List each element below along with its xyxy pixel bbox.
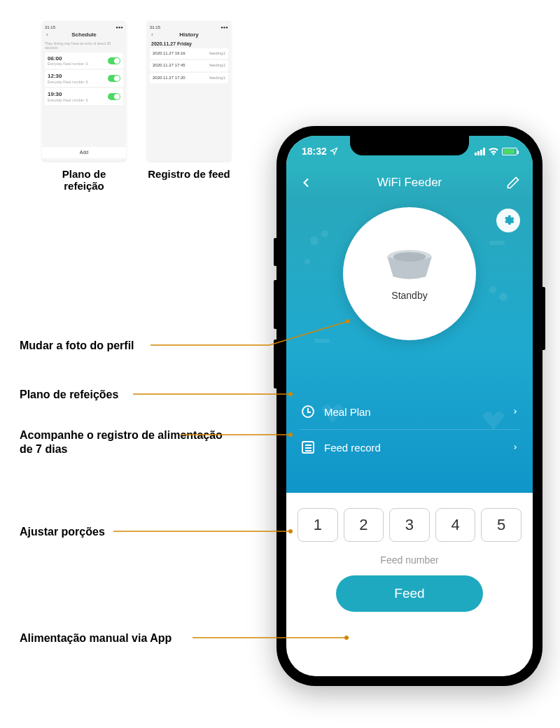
callout-portions: Ajustar porções (20, 525, 105, 539)
settings-button[interactable] (496, 209, 520, 232)
location-icon (330, 147, 338, 155)
portion-1[interactable]: 1 (298, 508, 338, 542)
back-icon[interactable] (299, 176, 313, 190)
callout-plan: Plano de refeições (20, 388, 118, 402)
portion-2[interactable]: 2 (344, 508, 384, 542)
callout-profile: Mudar a foto do perfil (20, 339, 134, 353)
phone-notch (350, 136, 469, 155)
menu-meal-plan-label: Meal Plan (324, 406, 512, 418)
signal-icon (475, 148, 485, 155)
svg-point-3 (499, 293, 507, 301)
menu-feed-record-label: Feed record (324, 442, 512, 454)
svg-point-2 (304, 259, 310, 265)
app-header: WiFi Feeder (286, 167, 533, 199)
clock-icon (302, 405, 314, 418)
chevron-right-icon (512, 406, 519, 417)
chevron-right-icon (512, 442, 519, 453)
preview-mealplan: 21:15●●● ‹Schedule They timing may have … (42, 21, 126, 192)
feed-button[interactable]: Feed (336, 575, 483, 612)
device-avatar[interactable]: Standby (343, 207, 476, 340)
wifi-icon (488, 147, 499, 155)
portion-4[interactable]: 4 (435, 508, 476, 542)
svg-rect-6 (489, 241, 505, 245)
svg-rect-5 (314, 339, 330, 343)
bowl-icon (378, 246, 441, 281)
portion-5[interactable]: 5 (481, 508, 522, 542)
svg-point-0 (310, 237, 318, 245)
callout-record: Acompanhe o registro de alimentação de 7… (20, 428, 230, 456)
bottom-panel: 1 2 3 4 5 Feed number Feed (286, 493, 533, 631)
portion-row: 1 2 3 4 5 (295, 508, 524, 542)
phone-mockup: 18:32 WiFi Feeder (276, 126, 542, 686)
preview-group: 21:15●●● ‹Schedule They timing may have … (42, 21, 231, 192)
feed-number-label: Feed number (295, 554, 524, 566)
preview-mealplan-label: Plano de refeição (42, 168, 126, 192)
svg-point-1 (321, 230, 328, 237)
hero-area: Standby Meal Plan Feed record (286, 199, 533, 493)
list-icon (302, 441, 314, 454)
svg-point-8 (393, 252, 426, 261)
status-time: 18:32 (302, 146, 327, 157)
portion-3[interactable]: 3 (389, 508, 430, 542)
gear-icon (502, 214, 514, 227)
menu-feed-record[interactable]: Feed record (299, 430, 520, 465)
svg-point-4 (489, 286, 496, 293)
edit-icon[interactable] (506, 176, 520, 190)
callout-feed: Alimentação manual via App (20, 631, 172, 645)
menu-meal-plan[interactable]: Meal Plan (299, 394, 520, 430)
battery-icon (502, 148, 517, 155)
page-title: WiFi Feeder (286, 176, 533, 190)
preview-feedrecord-label: Registro de feed (147, 168, 231, 180)
device-status: Standby (391, 290, 427, 301)
preview-feedrecord: 21:15●●● ‹History 2020.11.27 Friday 2020… (147, 21, 231, 192)
